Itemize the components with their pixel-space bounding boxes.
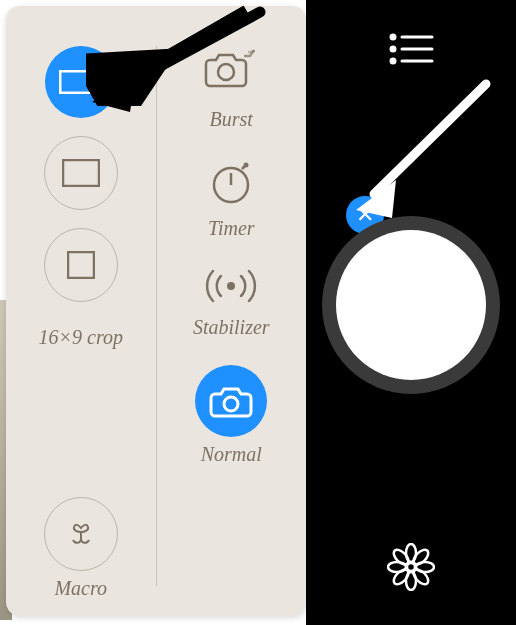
annotation-arrow-white xyxy=(340,70,500,230)
list-icon[interactable] xyxy=(388,32,434,70)
timer-option[interactable]: Timer xyxy=(206,157,256,240)
svg-marker-32 xyxy=(356,180,396,218)
svg-point-24 xyxy=(391,547,411,567)
svg-point-22 xyxy=(391,567,411,587)
gallery-icon[interactable] xyxy=(387,543,435,595)
aspect-standard-option[interactable] xyxy=(44,136,118,210)
svg-line-29 xyxy=(116,12,260,90)
stabilizer-label: Stabilizer xyxy=(193,316,270,339)
svg-point-10 xyxy=(391,35,395,39)
annotation-arrow-black xyxy=(80,0,270,120)
svg-point-18 xyxy=(411,547,431,567)
aspect-standard-icon xyxy=(44,136,118,210)
stabilizer-option[interactable]: Stabilizer xyxy=(193,266,270,339)
svg-point-7 xyxy=(244,163,249,168)
aspect-square-icon xyxy=(44,228,118,302)
normal-icon xyxy=(195,365,267,437)
svg-line-31 xyxy=(374,84,486,194)
crop-label: 16×9 crop xyxy=(39,326,123,349)
shutter-button[interactable] xyxy=(336,230,486,380)
svg-rect-1 xyxy=(63,160,99,186)
macro-option[interactable]: Macro xyxy=(44,497,118,600)
normal-label: Normal xyxy=(201,443,262,466)
svg-point-12 xyxy=(391,47,395,51)
camera-options-screen: 16×9 crop Macro xyxy=(0,0,516,625)
svg-point-20 xyxy=(411,567,431,587)
stabilizer-icon xyxy=(199,266,263,310)
svg-point-14 xyxy=(391,59,395,63)
macro-icon xyxy=(44,497,118,571)
macro-label: Macro xyxy=(54,577,107,600)
svg-point-9 xyxy=(224,397,238,411)
timer-icon xyxy=(206,157,256,211)
svg-rect-2 xyxy=(68,252,94,278)
normal-option[interactable]: Normal xyxy=(195,365,267,466)
svg-point-8 xyxy=(227,282,235,290)
timer-label: Timer xyxy=(208,217,255,240)
svg-marker-30 xyxy=(92,74,136,112)
aspect-square-option[interactable] xyxy=(44,228,118,302)
